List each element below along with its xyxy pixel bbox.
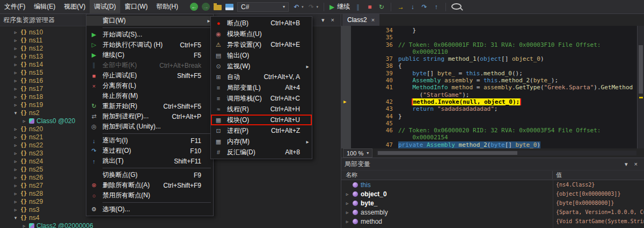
menu-item-disable-all-breakpoints[interactable]: ○禁用所有断点(N) <box>86 190 213 201</box>
tree-expander-icon[interactable]: ▹ <box>13 191 18 196</box>
tree-expander-icon[interactable]: ▹ <box>13 151 18 156</box>
menu-item-step-over[interactable]: ↷逐过程(O)F10 <box>86 146 213 156</box>
menu-item-break-all[interactable]: ∥全部中断(K)Ctrl+Alt+Break <box>86 60 213 70</box>
tree-expander-icon[interactable]: ▹ <box>13 94 18 99</box>
tree-expander-icon[interactable]: ▹ <box>13 70 18 75</box>
menu-item-continue[interactable]: ▶继续(C)F5 <box>86 50 213 60</box>
menu-item-memory[interactable]: ▦内存(M)▸ <box>211 136 312 147</box>
editor-vertical-scrollbar[interactable] <box>637 26 644 148</box>
explorer-close-icon[interactable]: × <box>328 17 338 23</box>
locals-row-assembly[interactable]: ▹assembly{Sparta, Version=1.0.0.0, Cultu… <box>341 208 644 217</box>
tree-expander-icon[interactable]: ▹ <box>13 54 18 59</box>
tree-expander-icon[interactable]: ▹ <box>13 38 18 43</box>
menu-item-autos[interactable]: ⊞自动Ctrl+Alt+V, A <box>211 72 312 82</box>
menubar-item-help[interactable]: 帮助(H) <box>152 0 182 13</box>
menu-item-attach-to-process[interactable]: ⇄附加到进程(P)...Ctrl+Alt+P <box>86 111 213 122</box>
nav-forward-icon[interactable]: → <box>202 3 210 11</box>
code-line-38[interactable]: 38{ <box>341 62 637 69</box>
code-line-47[interactable]: 47private Assembly method_2(byte[] byte_… <box>341 141 637 148</box>
menu-item-stop-debugging[interactable]: ■停止调试(E)Shift+F5 <box>86 70 213 81</box>
locals-column-name[interactable]: 名称 <box>341 171 553 179</box>
code-line-41[interactable]: 41 MethodInfo method = assembly.GetType(… <box>341 84 637 91</box>
menubar-item-view[interactable]: 视图(V) <box>60 0 90 13</box>
tree-expander-icon[interactable]: ▹ <box>13 102 18 108</box>
zoom-select[interactable]: 100 % ▾ <box>343 148 372 158</box>
locals-row-this[interactable]: this{ns4.Class2} <box>341 180 644 189</box>
tree-expander-icon[interactable]: ▾ <box>13 215 18 220</box>
tree-expander-icon[interactable]: ▹ <box>13 175 18 180</box>
config-combo[interactable]: C#▾ <box>237 2 289 12</box>
locals-close-icon[interactable]: × <box>631 161 641 167</box>
code-line-35[interactable]: 35 <box>341 34 637 41</box>
tree-expander-icon[interactable]: ▹ <box>13 167 18 172</box>
menubar-item-file[interactable]: 文件(F) <box>0 0 30 13</box>
search-icon[interactable] <box>451 3 462 10</box>
break-all-icon[interactable]: ∥ <box>354 3 362 11</box>
tree-expander-icon[interactable]: ▹ <box>21 118 27 124</box>
horizontal-scrollbar-thumb[interactable] <box>378 151 517 155</box>
menu-item-options[interactable]: ⚙选项(O)... <box>86 204 213 215</box>
locals-row-byte_[interactable]: ▹byte_{byte[0x00008000]} <box>341 198 644 208</box>
locals-column-value[interactable]: 值 <box>553 171 644 179</box>
code-line-34[interactable]: 34 } <box>341 27 637 34</box>
menu-item-step-out[interactable]: ↑跳出(T)Shift+F11 <box>86 156 213 166</box>
menu-item-delete-all-breakpoints[interactable]: ⊗删除所有断点(A)Ctrl+Shift+F9 <box>86 180 213 190</box>
menu-item-breakpoints[interactable]: ●断点(B)Ctrl+Alt+B <box>211 18 312 28</box>
code-line-46[interactable]: 46// Token: 0x06000020 RID: 32 RVA: 0x00… <box>341 127 637 134</box>
menu-item-detach-all[interactable]: ×分离所有(L) <box>86 81 213 91</box>
tab-class2[interactable]: Class2 × <box>342 14 379 26</box>
code-line-42[interactable]: ▶42 method.Invoke(null, object_0); <box>341 98 637 105</box>
expander-icon[interactable]: ▹ <box>345 210 350 215</box>
menu-item-call-stack[interactable]: ≡调用堆栈(C)Ctrl+Alt+C <box>211 93 312 104</box>
tab-close-icon[interactable]: × <box>371 17 375 23</box>
menu-item-toggle-breakpoint[interactable]: 切换断点(G)F9 <box>86 170 213 180</box>
tree-expander-icon[interactable]: ▹ <box>13 78 18 83</box>
redo-icon[interactable]: ↷ <box>308 3 316 11</box>
continue-button[interactable]: ▶继续 <box>330 2 350 11</box>
code-editor[interactable]: 34 }3536// Token: 0x0600001F RID: 31 RVA… <box>341 26 644 148</box>
tree-expander-icon[interactable]: ▹ <box>13 207 18 212</box>
menubar-item-debug[interactable]: 调试(D) <box>90 0 120 13</box>
code-line-39[interactable]: 39 byte[] byte_ = this.method_0(); <box>341 70 637 77</box>
tree-expander-icon[interactable]: ▹ <box>13 134 18 140</box>
stop-debugging-icon[interactable]: ■ <box>365 3 374 11</box>
tree-expander-icon[interactable]: ▹ <box>21 223 27 228</box>
menu-item-exception-settings[interactable]: ⚠异常设置(X)Ctrl+Alt+E <box>211 39 312 50</box>
save-icon[interactable] <box>225 4 233 10</box>
locals-chevron-down-icon[interactable]: ▾ <box>621 161 631 168</box>
tree-expander-icon[interactable]: ▾ <box>13 110 18 116</box>
tree-expander-icon[interactable]: ▹ <box>13 159 18 164</box>
show-next-statement-icon[interactable]: → <box>397 3 405 11</box>
tree-expander-icon[interactable]: ▹ <box>13 199 18 204</box>
menu-item-attach-unity[interactable]: ◎附加到调试 (Unity)... <box>86 122 213 132</box>
vertical-scrollbar-thumb[interactable] <box>639 45 643 94</box>
menu-item-watch[interactable]: ⊙监视(W)▸ <box>211 61 312 72</box>
code-line-44[interactable]: 44} <box>341 113 637 120</box>
locals-row-method[interactable]: ▹method{Void StartGame(System.String, Sy… <box>341 217 644 226</box>
undo-icon[interactable]: ↶ <box>292 3 301 11</box>
step-out-icon[interactable]: ↑ <box>432 3 440 11</box>
menu-item-window[interactable]: 窗口(W)▸ <box>86 16 213 26</box>
menu-item-locals[interactable]: ≡局部变量(L)Alt+4 <box>211 82 312 93</box>
code-line-wrap[interactable]: 0x00002154 <box>341 134 637 141</box>
menu-item-processes[interactable]: ⊡进程(P)Ctrl+Alt+Z <box>211 125 312 136</box>
tree-expander-icon[interactable]: ▹ <box>13 30 18 35</box>
locals-row-object_0[interactable]: ▹object_0{object[0x00000003]} <box>341 189 644 198</box>
step-into-icon[interactable]: ↓ <box>408 3 416 11</box>
tree-expander-icon[interactable]: ▹ <box>13 126 18 132</box>
menu-item-output[interactable]: ▤输出(O) <box>211 50 312 61</box>
code-line-wrap[interactable]: ("StartGame"); <box>341 91 637 98</box>
menu-item-step-into[interactable]: ↓逐语句(I)F11 <box>86 136 213 146</box>
menu-item-restart[interactable]: ↻重新开始(R)Ctrl+Shift+F5 <box>86 101 213 111</box>
open-folder-icon[interactable] <box>214 5 222 10</box>
menubar-item-edit[interactable]: 编辑(E) <box>30 0 60 13</box>
menu-item-modules[interactable]: ▦模块(O)Ctrl+Alt+U <box>211 115 312 125</box>
expander-icon[interactable]: ▹ <box>345 219 350 224</box>
tree-expander-icon[interactable]: ▹ <box>13 46 18 51</box>
menu-item-start-debugging[interactable]: ▶开始调试(S)... <box>86 30 213 40</box>
code-line-37[interactable]: 37public string method_1(object[] object… <box>341 55 637 62</box>
expander-icon[interactable]: ▹ <box>345 191 350 197</box>
menubar-item-window[interactable]: 窗口(W) <box>120 0 152 13</box>
expander-icon[interactable]: ▹ <box>345 201 350 206</box>
editor-horizontal-scrollbar[interactable] <box>377 151 636 155</box>
